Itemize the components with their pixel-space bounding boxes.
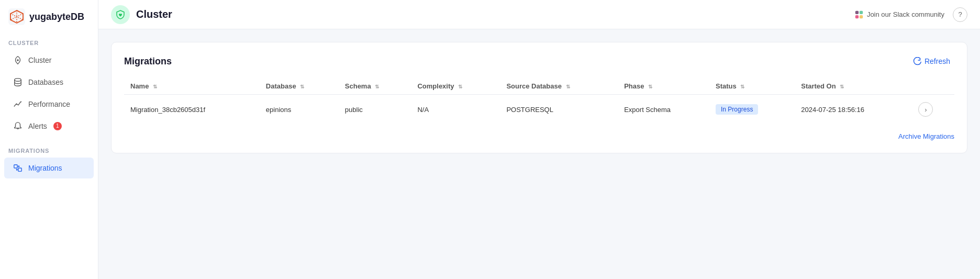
sidebar-item-performance-label: Performance: [28, 100, 70, 108]
shield-heart-icon: [115, 9, 126, 20]
yugabytedb-logo-icon: [8, 8, 25, 25]
sidebar-item-performance[interactable]: Performance: [4, 94, 94, 115]
sidebar-item-migrations-label: Migrations: [28, 164, 62, 172]
slack-icon: [854, 10, 864, 19]
sidebar-item-cluster[interactable]: Cluster: [4, 50, 94, 71]
col-phase-label: Phase: [624, 82, 644, 90]
table-row: Migration_38cb2605d31f epinions public N…: [124, 95, 954, 125]
sidebar-item-alerts[interactable]: Alerts 1: [4, 116, 94, 137]
cell-database: epinions: [260, 95, 339, 125]
cluster-section-label: CLUSTER: [0, 36, 98, 49]
table-body: Migration_38cb2605d31f epinions public N…: [124, 95, 954, 125]
col-complexity-label: Complexity: [417, 82, 454, 90]
card-header: Migrations Refresh: [124, 55, 954, 68]
migrations-table: Name ⇅ Database ⇅ Schema ⇅ Complexity: [124, 78, 954, 124]
row-detail-button[interactable]: ›: [918, 102, 933, 117]
logo-text: yugabyteDB: [29, 12, 84, 23]
col-schema-sort-icon[interactable]: ⇅: [375, 84, 379, 90]
svg-point-2: [15, 79, 21, 81]
svg-rect-6: [860, 10, 863, 14]
col-name: Name ⇅: [124, 78, 260, 95]
card-footer: Archive Migrations: [124, 132, 954, 140]
col-schema: Schema ⇅: [339, 78, 411, 95]
cell-status: In Progress: [709, 95, 795, 125]
topbar-title: Cluster: [136, 8, 172, 20]
topbar-right: Join our Slack community ?: [854, 7, 967, 22]
bell-icon: [13, 121, 23, 131]
refresh-icon: [913, 57, 921, 65]
col-source-database-label: Source Database: [506, 82, 562, 90]
archive-migrations-link[interactable]: Archive Migrations: [898, 132, 954, 140]
topbar: Cluster Join our Slack community ?: [98, 0, 980, 29]
col-phase-sort-icon[interactable]: ⇅: [648, 84, 652, 90]
col-status-sort-icon[interactable]: ⇅: [740, 84, 744, 90]
svg-rect-8: [860, 15, 863, 18]
chevron-right-icon: ›: [925, 106, 927, 114]
col-database-sort-icon[interactable]: ⇅: [300, 84, 304, 90]
refresh-button[interactable]: Refresh: [909, 55, 954, 68]
header-row: Name ⇅ Database ⇅ Schema ⇅ Complexity: [124, 78, 954, 95]
cell-name: Migration_38cb2605d31f: [124, 95, 260, 125]
migration-icon: [13, 163, 23, 173]
sidebar-item-alerts-label: Alerts: [28, 122, 47, 130]
svg-point-1: [17, 59, 19, 61]
cell-schema: public: [339, 95, 411, 125]
logo: yugabyteDB: [0, 0, 98, 36]
col-status: Status ⇅: [709, 78, 795, 95]
svg-rect-5: [855, 10, 859, 14]
sidebar-item-cluster-label: Cluster: [28, 56, 51, 64]
col-started-sort-icon[interactable]: ⇅: [840, 84, 844, 90]
col-name-sort-icon[interactable]: ⇅: [153, 84, 157, 90]
col-complexity: Complexity ⇅: [411, 78, 500, 95]
slack-link-label: Join our Slack community: [867, 10, 944, 18]
col-source-database: Source Database ⇅: [500, 78, 618, 95]
migrations-card-title: Migrations: [124, 56, 172, 67]
cell-source-database: POSTGRESQL: [500, 95, 618, 125]
col-database: Database ⇅: [260, 78, 339, 95]
col-source-sort-icon[interactable]: ⇅: [566, 84, 570, 90]
cell-action: ›: [912, 95, 954, 125]
svg-rect-7: [855, 15, 859, 18]
col-started-label: Started On: [801, 82, 836, 90]
svg-rect-4: [18, 168, 21, 171]
col-database-label: Database: [266, 82, 296, 90]
migrations-card: Migrations Refresh Name ⇅: [111, 42, 967, 153]
main-content: Cluster Join our Slack community ? Migra…: [98, 0, 980, 279]
cell-complexity: N/A: [411, 95, 500, 125]
rocket-icon: [13, 55, 23, 65]
page-body: Migrations Refresh Name ⇅: [98, 29, 980, 279]
cell-started-on: 2024-07-25 18:56:16: [795, 95, 912, 125]
col-schema-label: Schema: [345, 82, 371, 90]
chart-icon: [13, 99, 23, 109]
sidebar-item-databases-label: Databases: [28, 78, 63, 86]
col-name-label: Name: [130, 82, 149, 90]
sidebar: yugabyteDB CLUSTER Cluster Databases Per…: [0, 0, 98, 279]
topbar-left: Cluster: [111, 5, 172, 24]
help-button[interactable]: ?: [953, 7, 967, 22]
svg-rect-3: [14, 165, 17, 168]
col-phase: Phase ⇅: [618, 78, 709, 95]
col-actions: [912, 78, 954, 95]
migrations-section-label: MIGRATIONS: [0, 143, 98, 157]
help-icon: ?: [958, 10, 962, 18]
cell-phase: Export Schema: [618, 95, 709, 125]
col-status-label: Status: [716, 82, 737, 90]
alerts-badge: 1: [53, 122, 62, 130]
database-icon: [13, 77, 23, 87]
slack-link[interactable]: Join our Slack community: [854, 10, 944, 19]
col-complexity-sort-icon[interactable]: ⇅: [458, 84, 462, 90]
status-badge: In Progress: [716, 104, 758, 115]
table-header: Name ⇅ Database ⇅ Schema ⇅ Complexity: [124, 78, 954, 95]
topbar-cluster-icon-circle: [111, 5, 130, 24]
refresh-label: Refresh: [925, 57, 950, 65]
col-started-on: Started On ⇅: [795, 78, 912, 95]
sidebar-item-migrations[interactable]: Migrations: [4, 158, 94, 178]
sidebar-item-databases[interactable]: Databases: [4, 72, 94, 93]
